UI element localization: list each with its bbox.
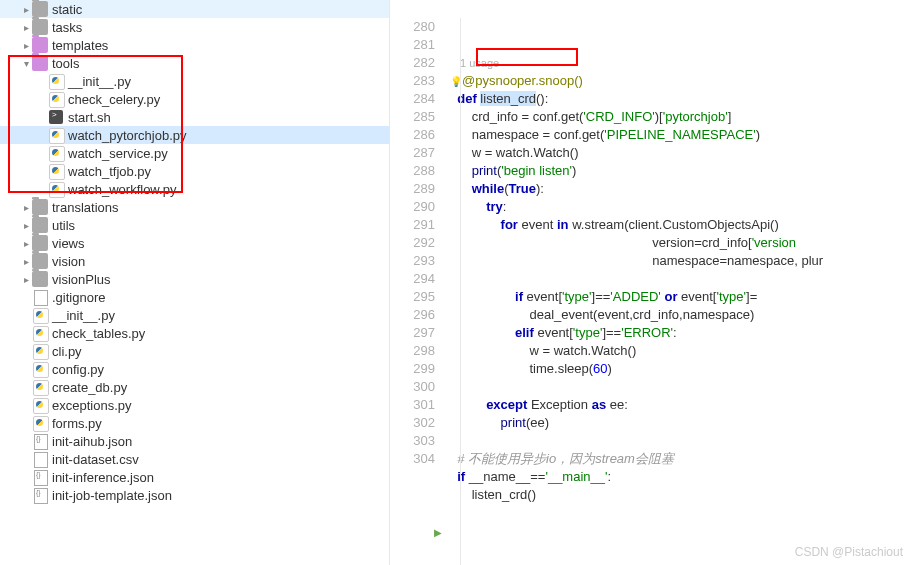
py-icon (48, 127, 64, 143)
expand-arrow-icon[interactable]: ▸ (20, 40, 32, 51)
tree-item-watch-service-py[interactable]: watch_service.py (0, 144, 389, 162)
expand-arrow-icon[interactable]: ▸ (20, 4, 32, 15)
tree-item-utils[interactable]: ▸utils (0, 216, 389, 234)
tree-item-views[interactable]: ▸views (0, 234, 389, 252)
line-number: 288 (390, 162, 435, 180)
code-line-300[interactable] (450, 432, 913, 450)
tree-item-label: __init__.py (52, 308, 115, 323)
tree-item-init-job-template-json[interactable]: init-job-template.json (0, 486, 389, 504)
code-line-283[interactable]: namespace = conf.get('PIPELINE_NAMESPACE… (450, 126, 913, 144)
tree-item-label: watch_workflow.py (68, 182, 176, 197)
project-tree[interactable]: ▸static▸tasks▸templates▾tools__init__.py… (0, 0, 390, 565)
expand-arrow-icon[interactable]: ▸ (20, 202, 32, 213)
line-number: 300 (390, 378, 435, 396)
code-line-293[interactable]: deal_event(event,crd_info,namespace) (450, 306, 913, 324)
code-line-281[interactable]: def listen_crd(): (450, 90, 913, 108)
tree-item-config-py[interactable]: config.py (0, 360, 389, 378)
code-line-284[interactable]: w = watch.Watch() (450, 144, 913, 162)
line-gutter: 2802812822832842852862872882892902912922… (390, 0, 450, 565)
run-gutter-icon[interactable]: ▶ (434, 527, 442, 538)
code-line-296[interactable]: time.sleep(60) (450, 360, 913, 378)
tree-item-watch-pytorchjob-py[interactable]: watch_pytorchjob.py (0, 126, 389, 144)
code-line-286[interactable]: while(True): (450, 180, 913, 198)
tree-item-vision[interactable]: ▸vision (0, 252, 389, 270)
code-line-288[interactable]: for event in w.stream(client.CustomObjec… (450, 216, 913, 234)
tree-item--gitignore[interactable]: .gitignore (0, 288, 389, 306)
tree-item-label: exceptions.py (52, 398, 132, 413)
code-line-290[interactable]: namespace=namespace, plur (450, 252, 913, 270)
watermark: CSDN @Pistachiout (795, 545, 903, 559)
code-line-294[interactable]: elif event['type']=='ERROR': (450, 324, 913, 342)
code-line-291[interactable] (450, 270, 913, 288)
line-number: 295 (390, 288, 435, 306)
tree-item---init---py[interactable]: __init__.py (0, 72, 389, 90)
line-number: 284 (390, 90, 435, 108)
expand-arrow-icon[interactable]: ▸ (20, 238, 32, 249)
code-line-287[interactable]: try: (450, 198, 913, 216)
code-line-282[interactable]: crd_info = conf.get('CRD_INFO')['pytorch… (450, 108, 913, 126)
folder-icon (32, 253, 48, 269)
tree-item-tasks[interactable]: ▸tasks (0, 18, 389, 36)
line-number: 290 (390, 198, 435, 216)
tree-item-label: forms.py (52, 416, 102, 431)
json-icon (32, 487, 48, 503)
line-number: 303 (390, 432, 435, 450)
tree-item-label: config.py (52, 362, 104, 377)
folder-icon (32, 1, 48, 17)
tree-item-init-inference-json[interactable]: init-inference.json (0, 468, 389, 486)
code-line-298[interactable]: except Exception as ee: (450, 396, 913, 414)
code-line-292[interactable]: if event['type']=='ADDED' or event['type… (450, 288, 913, 306)
line-number: 296 (390, 306, 435, 324)
code-line-297[interactable] (450, 378, 913, 396)
tree-item-static[interactable]: ▸static (0, 0, 389, 18)
py-icon (32, 343, 48, 359)
code-area[interactable]: 1 usage💡@pysnooper.snoop() def listen_cr… (450, 0, 913, 565)
py-icon (32, 361, 48, 377)
tree-item-watch-tfjob-py[interactable]: watch_tfjob.py (0, 162, 389, 180)
folder-icon (32, 235, 48, 251)
tree-item-translations[interactable]: ▸translations (0, 198, 389, 216)
tree-item-init-dataset-csv[interactable]: init-dataset.csv (0, 450, 389, 468)
expand-arrow-icon[interactable]: ▾ (20, 58, 32, 69)
code-line-289[interactable]: version=crd_info['version (450, 234, 913, 252)
tree-item-label: tasks (52, 20, 82, 35)
line-number: 298 (390, 342, 435, 360)
py-icon (48, 91, 64, 107)
code-line-303[interactable]: listen_crd() (450, 486, 913, 504)
tree-item-templates[interactable]: ▸templates (0, 36, 389, 54)
tree-item-tools[interactable]: ▾tools (0, 54, 389, 72)
tree-item-label: cli.py (52, 344, 82, 359)
tree-item-check-celery-py[interactable]: check_celery.py (0, 90, 389, 108)
tree-item-cli-py[interactable]: cli.py (0, 342, 389, 360)
tree-item---init---py[interactable]: __init__.py (0, 306, 389, 324)
code-editor[interactable]: 2802812822832842852862872882892902912922… (390, 0, 913, 565)
code-line-301[interactable]: # 不能使用异步io，因为stream会阻塞 (450, 450, 913, 468)
code-line-304[interactable] (450, 504, 913, 522)
json-icon (32, 433, 48, 449)
tree-item-label: templates (52, 38, 108, 53)
tree-item-exceptions-py[interactable]: exceptions.py (0, 396, 389, 414)
expand-arrow-icon[interactable]: ▸ (20, 22, 32, 33)
tree-item-create-db-py[interactable]: create_db.py (0, 378, 389, 396)
code-line-302[interactable]: if __name__=='__main__': (450, 468, 913, 486)
tree-item-label: watch_tfjob.py (68, 164, 151, 179)
tree-item-label: utils (52, 218, 75, 233)
expand-arrow-icon[interactable]: ▸ (20, 220, 32, 231)
tree-item-init-aihub-json[interactable]: init-aihub.json (0, 432, 389, 450)
tree-item-label: create_db.py (52, 380, 127, 395)
tree-item-start-sh[interactable]: start.sh (0, 108, 389, 126)
folder-open-icon (32, 37, 48, 53)
expand-arrow-icon[interactable]: ▸ (20, 274, 32, 285)
code-line-280[interactable]: 💡@pysnooper.snoop() (450, 72, 913, 90)
code-line-295[interactable]: w = watch.Watch() (450, 342, 913, 360)
tree-item-check-tables-py[interactable]: check_tables.py (0, 324, 389, 342)
code-line-299[interactable]: print(ee) (450, 414, 913, 432)
expand-arrow-icon[interactable]: ▸ (20, 256, 32, 267)
line-number: 302 (390, 414, 435, 432)
sh-icon (48, 109, 64, 125)
tree-item-watch-workflow-py[interactable]: watch_workflow.py (0, 180, 389, 198)
tree-item-forms-py[interactable]: forms.py (0, 414, 389, 432)
code-line-285[interactable]: print('begin listen') (450, 162, 913, 180)
tree-item-label: watch_pytorchjob.py (68, 128, 187, 143)
tree-item-visionPlus[interactable]: ▸visionPlus (0, 270, 389, 288)
